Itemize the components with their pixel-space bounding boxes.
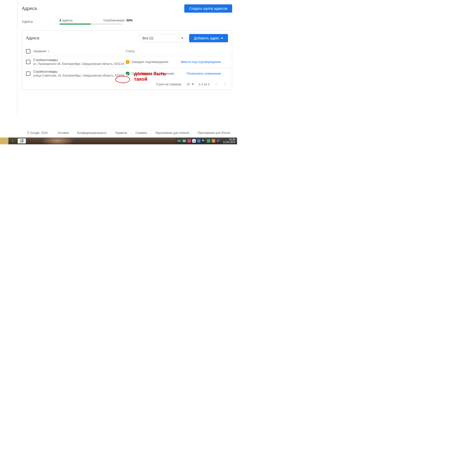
filter-select[interactable]: Все (2) <box>139 34 187 42</box>
addresses-card: должен бытьтакой Адреса Все (2) Добавить… <box>22 30 232 90</box>
tray-icon[interactable] <box>212 139 215 143</box>
pager-range: 1–2 из 2 <box>198 83 210 86</box>
pager-prev-button[interactable]: ‹ <box>214 82 218 87</box>
sidebar-item-truncated[interactable]: унты <box>0 9 17 13</box>
taskbar-explorer-button[interactable] <box>0 138 9 144</box>
row-address: улица Советская, 18, Екатеринбург, Сверд… <box>33 74 125 77</box>
footer-link[interactable]: Условия <box>57 131 69 135</box>
column-status-header[interactable]: Статус <box>126 50 177 53</box>
tray-lang[interactable]: RU <box>177 140 181 142</box>
sidebar-fragment: унты <box>0 0 17 13</box>
tray-volume-icon[interactable]: 🔊 <box>217 139 220 143</box>
footer: © Google, 2019 - Условия - Конфиденциаль… <box>22 131 237 138</box>
table-header: Название ↑ Статус <box>22 47 232 56</box>
tray-icon[interactable]: ◀ <box>192 139 196 143</box>
row-name: Стройхозтовары <box>33 70 125 73</box>
windows-taskbar[interactable]: ſ RU Ru ◀ ⚑ 🔊 14:36 12.06.2019 <box>0 138 237 144</box>
table-pager: Строк на странице: 10 1–2 из 2 ‹ › <box>22 79 232 87</box>
footer-link[interactable]: Приложение для iPhone <box>198 131 230 135</box>
tray-lang-badge[interactable]: Ru <box>183 139 186 142</box>
footer-copyright: © Google, 2019 <box>27 131 48 135</box>
row-status: Опубликовано (2 изменения) <box>126 72 177 76</box>
summary-label: Адреса <box>22 20 33 23</box>
row-action-link[interactable]: Ввести код подтверждения <box>181 60 221 64</box>
summary-count: 2 адреса Опубликовано: 50% <box>59 18 132 22</box>
row-status: Ожидает подтверждения <box>126 60 177 64</box>
select-all-checkbox[interactable] <box>26 49 30 53</box>
rows-per-page-label: Строк на странице: <box>156 83 182 86</box>
tray-icon[interactable] <box>207 139 210 143</box>
add-address-button[interactable]: Добавить адрес <box>189 34 228 42</box>
column-name-header[interactable]: Название ↑ <box>33 49 126 53</box>
row-checkbox[interactable] <box>26 71 30 76</box>
check-circle-icon <box>126 72 130 76</box>
taskbar-chrome-button[interactable] <box>18 138 26 144</box>
tray-clock[interactable]: 14:36 12.06.2019 <box>221 138 235 144</box>
taskbar-app-button[interactable]: ſ <box>9 138 17 144</box>
taskbar-background <box>26 138 176 144</box>
caret-down-icon <box>192 84 194 85</box>
vertical-divider <box>17 0 18 117</box>
page-title: Адреса <box>22 6 37 11</box>
pending-icon <box>126 60 130 64</box>
footer-link[interactable]: Справка <box>135 131 147 135</box>
footer-link[interactable]: Приложение для Android <box>155 131 189 135</box>
caret-down-icon <box>181 38 184 39</box>
summary-row: Адреса 2 адреса Опубликовано: 50% <box>22 18 237 25</box>
sort-ascending-icon: ↑ <box>48 49 50 53</box>
progress-bar <box>59 24 123 25</box>
card-title: Адреса <box>26 36 39 40</box>
tray-flag-icon[interactable]: ⚑ <box>202 139 205 143</box>
pager-next-button[interactable]: › <box>223 82 227 87</box>
create-address-group-button[interactable]: Создать группу адресов <box>184 4 232 13</box>
system-tray[interactable]: RU Ru ◀ ⚑ 🔊 14:36 12.06.2019 <box>176 138 237 144</box>
rows-per-page-select[interactable]: 10 <box>186 83 194 86</box>
tray-icon[interactable] <box>197 139 201 143</box>
row-address: ул. Луначарского 49, Екатеринбург, Сверд… <box>33 62 124 66</box>
row-name: Стройхозтовары <box>33 58 124 62</box>
chrome-icon <box>20 139 24 143</box>
caret-down-icon <box>221 38 223 39</box>
tray-icon[interactable] <box>187 139 191 143</box>
table-row[interactable]: Стройхозтоварыулица Советская, 18, Екате… <box>22 68 232 79</box>
table-row[interactable]: Стройхозтоварыул. Луначарского 49, Екате… <box>22 56 232 68</box>
footer-link[interactable]: Конфиденциальность <box>77 131 107 135</box>
row-checkbox[interactable] <box>26 60 30 64</box>
footer-link[interactable]: Правила <box>115 131 127 135</box>
row-action-link[interactable]: Посмотреть изменения <box>186 72 221 75</box>
